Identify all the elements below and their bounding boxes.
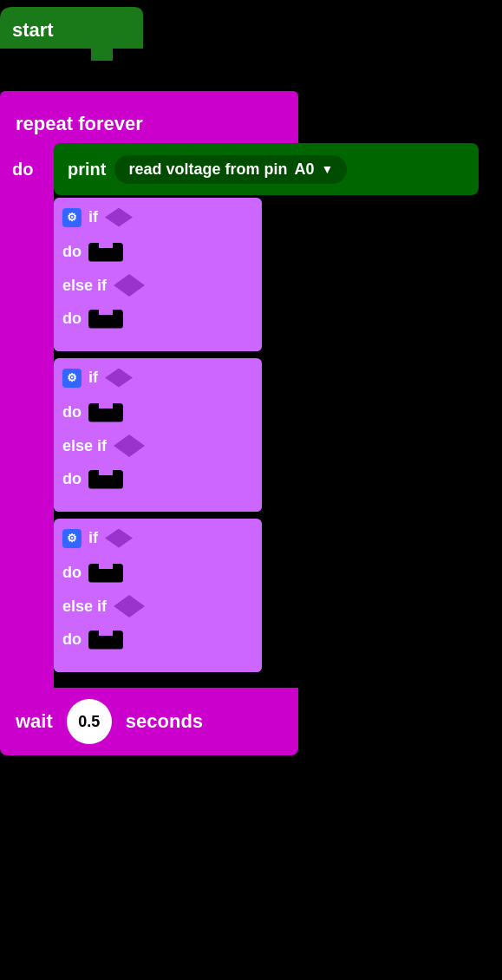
start-block[interactable]: start xyxy=(0,7,152,72)
wait-value[interactable]: 0.5 xyxy=(67,699,112,744)
do-label-1: do xyxy=(62,243,81,261)
gear-icon-3[interactable]: ⚙ xyxy=(62,529,81,548)
else-if-label-1: else if xyxy=(62,277,107,295)
if-label-1: if xyxy=(88,208,98,226)
else-if-row-3[interactable]: else if xyxy=(54,588,262,624)
print-inner: read voltage from pin A0 ▼ xyxy=(114,155,347,184)
print-label: print xyxy=(68,160,106,180)
if-blocks-area: ⚙ if do else if do xyxy=(54,198,262,679)
else-if-diamond-3[interactable] xyxy=(114,595,145,617)
wait-label: wait xyxy=(16,710,53,733)
if-condition-diamond-3[interactable] xyxy=(105,529,133,548)
else-do-label-3: do xyxy=(62,630,81,649)
else-do-row-1: do xyxy=(54,304,262,334)
else-do-notch-1 xyxy=(88,310,123,329)
if-row-2[interactable]: ⚙ if xyxy=(54,358,262,397)
svg-text:start: start xyxy=(12,19,54,41)
if-block-2: ⚙ if do else if do xyxy=(54,358,262,512)
else-do-notch-3 xyxy=(88,630,123,650)
else-do-label-1: do xyxy=(62,310,81,328)
if-condition-diamond-1[interactable] xyxy=(105,208,133,227)
do-label: do xyxy=(0,154,56,185)
pin-value: A0 xyxy=(294,160,314,179)
wait-block[interactable]: wait 0.5 seconds xyxy=(0,688,298,755)
else-do-row-2: do xyxy=(54,464,262,494)
if-block-1: ⚙ if do else if do xyxy=(54,198,262,351)
gear-icon-1[interactable]: ⚙ xyxy=(62,208,81,227)
else-if-row-2[interactable]: else if xyxy=(54,428,262,464)
canvas: start repeat forever do print read volta… xyxy=(0,0,502,766)
if-label-3: if xyxy=(88,529,98,547)
do-notch-2 xyxy=(88,403,123,422)
else-if-diamond-2[interactable] xyxy=(114,434,145,457)
do-notch-1 xyxy=(88,243,123,262)
if-row-1[interactable]: ⚙ if xyxy=(54,198,262,237)
repeat-body xyxy=(0,152,54,688)
else-do-label-2: do xyxy=(62,470,81,488)
do-notch-3 xyxy=(88,564,123,583)
if-row-3[interactable]: ⚙ if xyxy=(54,519,262,558)
if-label-2: if xyxy=(88,369,98,387)
read-voltage-label: read voltage from pin xyxy=(128,160,287,179)
do-row-2: do xyxy=(54,397,262,428)
else-do-row-3: do xyxy=(54,624,262,655)
else-if-label-2: else if xyxy=(62,437,107,455)
do-row-3: do xyxy=(54,558,262,588)
repeat-forever-label: repeat forever xyxy=(16,113,143,135)
else-if-row-1[interactable]: else if xyxy=(54,267,262,304)
else-do-notch-2 xyxy=(88,470,123,489)
do-label-2: do xyxy=(62,403,81,421)
if-block-3: ⚙ if do else if do xyxy=(54,519,262,672)
else-if-diamond-1[interactable] xyxy=(114,274,145,297)
do-label-3: do xyxy=(62,564,81,582)
else-if-label-3: else if xyxy=(62,598,107,616)
do-row-1: do xyxy=(54,237,262,267)
if-condition-diamond-2[interactable] xyxy=(105,369,133,388)
pin-dropdown-icon[interactable]: ▼ xyxy=(322,162,334,176)
wait-unit: seconds xyxy=(126,710,203,733)
gear-icon-2[interactable]: ⚙ xyxy=(62,369,81,388)
print-block[interactable]: print read voltage from pin A0 ▼ xyxy=(54,143,479,195)
